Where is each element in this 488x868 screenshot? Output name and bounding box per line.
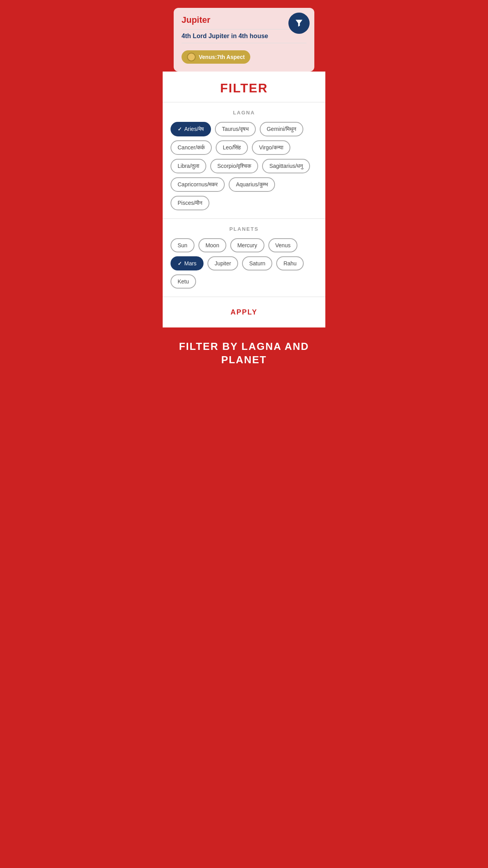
planets-label: PLANETS (171, 226, 317, 232)
planet-chip-saturn[interactable]: Saturn (242, 256, 272, 270)
lagna-chip-capricornus[interactable]: Capricornus/मकर (171, 177, 225, 192)
lagna-chip-gemini[interactable]: Gemini/मिथुन (260, 122, 303, 136)
planet-chip-ketu[interactable]: Ketu (171, 274, 196, 289)
funnel-icon (294, 18, 304, 28)
planets-chips-container: SunMoonMercuryVenus✓MarsJupiterSaturnRah… (171, 238, 317, 289)
apply-section: APPLY (163, 297, 325, 327)
planet-chip-mercury[interactable]: Mercury (230, 238, 264, 252)
jupiter-card-title: Jupiter (182, 15, 306, 25)
card-divider (182, 29, 306, 29)
filter-modal: FILTER LAGNA ✓Aries/मेषTaurus/वृषभGemini… (163, 72, 325, 327)
lagna-chip-aries[interactable]: ✓Aries/मेष (171, 122, 211, 136)
apply-button[interactable]: APPLY (171, 305, 317, 320)
lagna-label: LAGNA (171, 110, 317, 116)
checkmark-icon: ✓ (178, 261, 182, 267)
aspect-pill-text: Venus:7th Aspect (199, 54, 245, 60)
planet-chip-moon[interactable]: Moon (198, 238, 226, 252)
planet-dot-icon (187, 53, 196, 61)
planet-chip-rahu[interactable]: Rahu (276, 256, 303, 270)
planet-chip-sun[interactable]: Sun (171, 238, 194, 252)
lagna-chip-scorpio[interactable]: Scorpio/वृश्चिक (210, 159, 258, 173)
lagna-chip-libra[interactable]: Libra/तुला (171, 159, 206, 173)
jupiter-card: Jupiter 4th Lord Jupiter in 4th house Ve… (174, 8, 314, 72)
planets-section: PLANETS SunMoonMercuryVenus✓MarsJupiterS… (163, 219, 325, 297)
planet-chip-jupiter[interactable]: Jupiter (207, 256, 238, 270)
lagna-chips-container: ✓Aries/मेषTaurus/वृषभGemini/मिथुनCancer/… (171, 122, 317, 210)
lagna-chip-cancer[interactable]: Cancer/कर्क (171, 140, 212, 155)
aspect-pill: Venus:7th Aspect (182, 50, 250, 64)
card-divider-2 (182, 43, 306, 43)
bottom-label: FILTER BY LAGNA AND PLANET (163, 327, 325, 383)
lagna-chip-pisces[interactable]: Pisces/मीन (171, 196, 209, 210)
lagna-chip-taurus[interactable]: Taurus/वृषभ (215, 122, 256, 136)
lagna-chip-leo[interactable]: Leo/सिंह (216, 140, 248, 155)
filter-header: FILTER (163, 72, 325, 103)
filter-title: FILTER (171, 81, 317, 96)
checkmark-icon: ✓ (178, 126, 182, 132)
planet-chip-venus[interactable]: Venus (268, 238, 298, 252)
filter-icon-button[interactable] (288, 13, 310, 34)
lagna-section: LAGNA ✓Aries/मेषTaurus/वृषभGemini/मिथुनC… (163, 103, 325, 219)
planet-chip-mars[interactable]: ✓Mars (171, 256, 204, 270)
lagna-chip-sagittarius[interactable]: Sagittarius/धनु (262, 159, 310, 173)
jupiter-card-subtitle: 4th Lord Jupiter in 4th house (182, 33, 306, 40)
lagna-chip-aquarius[interactable]: Aquarius/कुम्भ (229, 177, 275, 192)
lagna-chip-virgo[interactable]: Virgo/कन्या (252, 140, 290, 155)
